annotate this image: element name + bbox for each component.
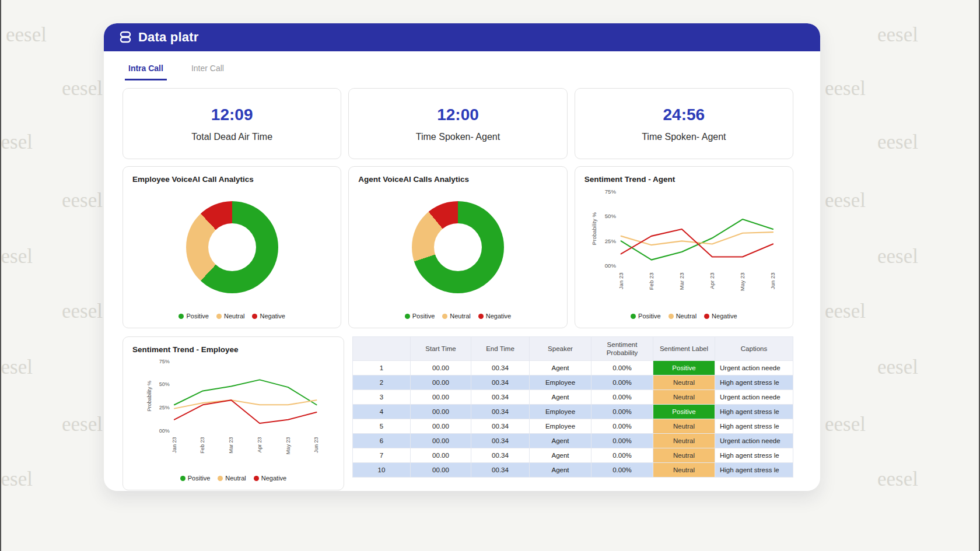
- probability-cell: 0.00%: [592, 419, 653, 434]
- end-time-cell: 00.34: [471, 375, 530, 390]
- agent-line-chart: 00%25%50%75%Jan 23Feb 23Mar 23Apr 23May …: [584, 184, 783, 310]
- svg-text:May 23: May 23: [285, 437, 291, 455]
- calls-table[interactable]: Start TimeEnd TimeSpeakerSentiment Proba…: [352, 336, 793, 490]
- legend-item-positive[interactable]: Positive: [178, 313, 209, 320]
- sentiment-label-cell: Neutral: [653, 434, 715, 448]
- negative-dot: [252, 314, 257, 319]
- caption-cell: High agent stress le: [715, 405, 793, 419]
- watermark-text: eesel: [877, 131, 918, 154]
- watermark-text: eesel: [825, 300, 866, 323]
- legend-label: Positive: [412, 313, 435, 320]
- legend-label: Positive: [186, 313, 209, 320]
- table-row: 500.0000.34Employee0.00%NeutralHigh agen…: [352, 419, 793, 434]
- legend-item-positive[interactable]: Positive: [631, 313, 661, 320]
- watermark-text: eesel: [0, 131, 33, 154]
- brand-title: Data platr: [138, 30, 198, 45]
- legend-item-neutral[interactable]: Neutral: [218, 475, 246, 482]
- svg-text:Mar 23: Mar 23: [678, 272, 684, 290]
- svg-text:Jun 23: Jun 23: [769, 272, 776, 289]
- tab-inter-call[interactable]: Inter Call: [188, 59, 228, 80]
- donut-hole: [434, 223, 482, 271]
- watermark-text: eesel: [62, 189, 103, 212]
- bottom-row: Sentiment Trend - Employee 00%25%50%75%J…: [123, 336, 793, 490]
- start-time-cell: 00.00: [411, 390, 471, 405]
- legend-item-negative[interactable]: Negative: [252, 313, 285, 320]
- dashboard-card: Data platr Intra Call Inter Call 12:09 T…: [104, 23, 820, 491]
- legend-item-negative[interactable]: Negative: [704, 313, 737, 320]
- watermark-text: eesel: [877, 468, 918, 491]
- table-header-row: Start TimeEnd TimeSpeakerSentiment Proba…: [352, 336, 793, 361]
- row-index: 10: [352, 463, 411, 478]
- svg-text:Probability %: Probability %: [146, 381, 152, 412]
- table-row: 300.0000.34Agent0.00%NeutralUrgent actio…: [352, 390, 793, 405]
- legend-item-neutral[interactable]: Neutral: [442, 313, 470, 320]
- kpi-label: Total Dead Air Time: [191, 132, 272, 142]
- employee-line-chart: 00%25%50%75%Jan 23Feb 23Mar 23Apr 23May …: [132, 354, 334, 472]
- end-time-cell: 00.34: [471, 390, 530, 405]
- caption-cell: Urgent action neede: [715, 361, 793, 375]
- column-header: Speaker: [530, 336, 592, 361]
- watermark-text: eesel: [825, 189, 866, 212]
- caption-cell: Urgent action neede: [715, 434, 793, 448]
- speaker-cell: Employee: [530, 405, 592, 419]
- probability-cell: 0.00%: [592, 434, 653, 448]
- legend-item-neutral[interactable]: Neutral: [216, 313, 244, 320]
- sentiment-label-cell: Positive: [653, 405, 715, 419]
- caption-cell: High agent stress le: [715, 419, 793, 434]
- legend-item-neutral[interactable]: Neutral: [668, 313, 696, 320]
- neutral-dot: [218, 476, 223, 481]
- watermark-text: eesel: [877, 245, 918, 268]
- panel-sentiment-trend-agent: Sentiment Trend - Agent 00%25%50%75%Jan …: [575, 166, 793, 328]
- panel-title: Employee VoiceAI Call Analytics: [132, 175, 331, 184]
- column-header: Captions: [715, 336, 793, 361]
- legend-label: Negative: [712, 313, 737, 320]
- sentiment-label-cell: Positive: [653, 361, 715, 375]
- svg-text:Mar 23: Mar 23: [228, 437, 234, 454]
- end-time-cell: 00.34: [471, 448, 530, 463]
- row-index: 3: [352, 390, 411, 405]
- chart-legend: PositiveNeutralNegative: [584, 310, 783, 320]
- positive-dot: [631, 314, 636, 319]
- legend-item-positive[interactable]: Positive: [405, 313, 435, 320]
- speaker-cell: Agent: [530, 448, 592, 463]
- legend-item-positive[interactable]: Positive: [180, 475, 211, 482]
- legend-label: Neutral: [224, 313, 244, 320]
- donut-chart: [412, 201, 504, 293]
- kpi-value: 12:00: [437, 106, 479, 124]
- neutral-dot: [442, 314, 447, 319]
- caption-cell: High agent stress le: [715, 375, 793, 390]
- end-time-cell: 00.34: [471, 463, 530, 478]
- kpi-label: Time Spoken- Agent: [416, 132, 500, 142]
- series-positive-line: [174, 380, 317, 405]
- app-header: Data platr: [104, 23, 820, 51]
- probability-cell: 0.00%: [592, 463, 653, 478]
- panel-sentiment-trend-employee: Sentiment Trend - Employee 00%25%50%75%J…: [123, 336, 344, 490]
- watermark-text: eesel: [877, 23, 918, 47]
- speaker-cell: Agent: [530, 361, 592, 375]
- employee-donut-chart: [132, 184, 331, 310]
- watermark-text: eesel: [0, 356, 33, 379]
- speaker-cell: Agent: [530, 434, 592, 448]
- column-header: Sentiment Probability: [592, 336, 653, 361]
- legend-item-negative[interactable]: Negative: [478, 313, 511, 320]
- probability-cell: 0.00%: [592, 375, 653, 390]
- kpi-value: 24:56: [663, 106, 705, 124]
- kpi-label: Time Spoken- Agent: [642, 132, 726, 142]
- table-row: 200.0000.34Employee0.00%NeutralHigh agen…: [352, 375, 793, 390]
- chart-legend: PositiveNeutralNegative: [358, 310, 557, 320]
- svg-text:Feb 23: Feb 23: [648, 272, 654, 290]
- legend-label: Negative: [260, 313, 285, 320]
- panel-title: Sentiment Trend - Employee: [132, 345, 334, 354]
- chart-legend: PositiveNeutralNegative: [132, 310, 331, 320]
- end-time-cell: 00.34: [471, 434, 530, 448]
- probability-cell: 0.00%: [592, 448, 653, 463]
- legend-item-negative[interactable]: Negative: [254, 475, 286, 482]
- watermark-text: eesel: [62, 413, 103, 436]
- negative-dot: [704, 314, 709, 319]
- svg-text:00%: 00%: [159, 428, 170, 434]
- column-header: End Time: [471, 336, 530, 361]
- svg-text:75%: 75%: [604, 188, 616, 195]
- tab-intra-call[interactable]: Intra Call: [125, 59, 167, 80]
- svg-text:May 23: May 23: [739, 272, 746, 291]
- table-row: 100.0000.34Agent0.00%PositiveUrgent acti…: [352, 361, 793, 375]
